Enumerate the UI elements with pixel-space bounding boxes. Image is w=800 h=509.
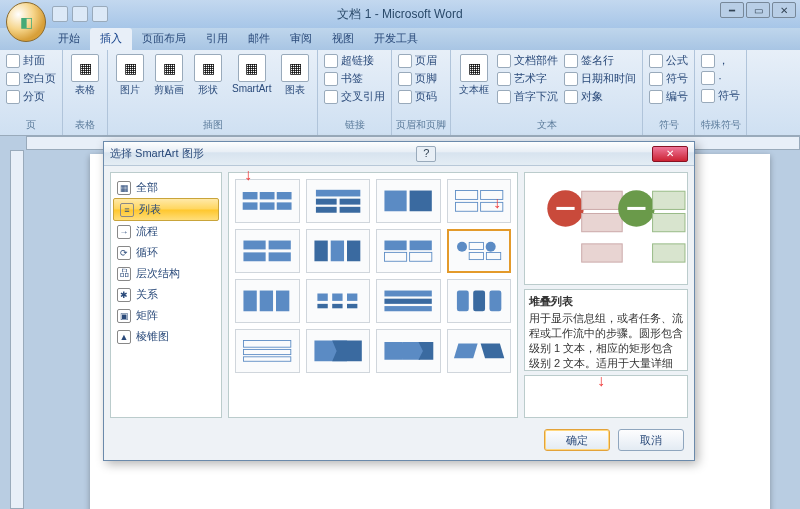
qat-redo-icon[interactable]	[92, 6, 108, 22]
smartart-icon: ▦	[238, 54, 266, 82]
ribbon-parts-button[interactable]: 文档部件	[495, 52, 560, 69]
chart-icon: ▦	[281, 54, 309, 82]
window-title: 文档 1 - Microsoft Word	[337, 6, 462, 23]
tab-邮件[interactable]: 邮件	[238, 28, 280, 50]
tab-开发工具[interactable]: 开发工具	[364, 28, 428, 50]
close-button[interactable]: ✕	[772, 2, 796, 18]
smartart-thumb-8[interactable]	[235, 279, 300, 323]
svg-rect-38	[347, 294, 357, 301]
category-矩阵[interactable]: ▣矩阵	[111, 305, 221, 326]
ribbon-dropcap-button[interactable]: 首字下沉	[495, 88, 560, 105]
smartart-thumb-9[interactable]	[306, 279, 371, 323]
ribbon-chart-button[interactable]: ▦图表	[277, 52, 313, 99]
category-流程[interactable]: →流程	[111, 221, 221, 242]
ribbon-crossref-button[interactable]: 交叉引用	[322, 88, 387, 105]
ribbon-bookmark-button[interactable]: 书签	[322, 70, 387, 87]
ribbon-hyperlink-button[interactable]: 超链接	[322, 52, 387, 69]
smartart-thumb-13[interactable]	[306, 329, 371, 373]
smartart-thumb-2[interactable]	[376, 179, 441, 223]
qat-save-icon[interactable]	[52, 6, 68, 22]
tab-引用[interactable]: 引用	[196, 28, 238, 50]
cancel-button[interactable]: 取消	[618, 429, 684, 451]
crossref-icon	[324, 90, 338, 104]
smartart-thumb-4[interactable]	[235, 229, 300, 273]
svg-rect-2	[277, 192, 292, 199]
dialog-close-button[interactable]: ✕	[652, 146, 688, 162]
category-icon: ▣	[117, 309, 131, 323]
ribbon-s1-button[interactable]: ，	[699, 52, 742, 69]
svg-rect-48	[244, 341, 291, 348]
ribbon-break-button[interactable]: 分页	[4, 88, 58, 105]
ribbon-sigline-button[interactable]: 签名行	[562, 52, 638, 69]
ribbon-number-button[interactable]: 编号	[647, 88, 690, 105]
smartart-thumb-11[interactable]	[447, 279, 512, 323]
category-全部[interactable]: ▦全部	[111, 177, 221, 198]
quick-access-toolbar	[52, 6, 108, 22]
category-棱锥图[interactable]: ▲棱锥图	[111, 326, 221, 347]
ribbon-pageno-button[interactable]: 页码	[396, 88, 439, 105]
smartart-thumb-0[interactable]	[235, 179, 300, 223]
category-icon: ⟳	[117, 246, 131, 260]
ribbon-grid-button[interactable]: ▦表格	[67, 52, 103, 99]
ribbon-header-button[interactable]: 页眉	[396, 52, 439, 69]
ruler-vertical[interactable]	[10, 150, 24, 509]
ribbon-symbol-button[interactable]: 符号	[647, 70, 690, 87]
symbol-icon	[649, 72, 663, 86]
svg-rect-37	[332, 294, 342, 301]
smartart-thumb-1[interactable]	[306, 179, 371, 223]
ribbon-shapes-button[interactable]: ▦形状	[190, 52, 226, 99]
smartart-thumb-12[interactable]	[235, 329, 300, 373]
tab-页面布局[interactable]: 页面布局	[132, 28, 196, 50]
minimize-button[interactable]: ━	[720, 2, 744, 18]
smartart-thumb-5[interactable]	[306, 229, 371, 273]
category-icon: ≡	[120, 203, 134, 217]
office-button[interactable]: ◧	[6, 2, 46, 42]
maximize-button[interactable]: ▭	[746, 2, 770, 18]
smartart-thumb-10[interactable]	[376, 279, 441, 323]
ribbon-group-特殊符号: ，·符号特殊符号	[695, 50, 747, 135]
ribbon-wordart-button[interactable]: 艺术字	[495, 70, 560, 87]
svg-rect-4	[260, 202, 275, 209]
svg-rect-11	[385, 191, 407, 212]
svg-rect-63	[653, 191, 685, 209]
ribbon-equation-button[interactable]: 公式	[647, 52, 690, 69]
tab-开始[interactable]: 开始	[48, 28, 90, 50]
dialog-help-button[interactable]: ?	[416, 146, 436, 162]
category-层次结构[interactable]: 品层次结构	[111, 263, 221, 284]
ok-button[interactable]: 确定	[544, 429, 610, 451]
ribbon-footer-button[interactable]: 页脚	[396, 70, 439, 87]
ribbon-clipart-button[interactable]: ▦剪贴画	[150, 52, 188, 99]
tab-审阅[interactable]: 审阅	[280, 28, 322, 50]
smartart-thumb-14[interactable]	[376, 329, 441, 373]
tab-插入[interactable]: 插入	[90, 28, 132, 50]
svg-marker-56	[454, 344, 478, 359]
smartart-thumb-7[interactable]	[447, 229, 512, 273]
ribbon-datetime-button[interactable]: 日期和时间	[562, 70, 638, 87]
ribbon-textbox-button[interactable]: ▦文本框	[455, 52, 493, 99]
ribbon-smartart-button[interactable]: ▦SmartArt	[228, 52, 275, 96]
ribbon-group-符号: 公式符号编号符号	[643, 50, 695, 135]
ribbon-picture-button[interactable]: ▦图片	[112, 52, 148, 99]
category-列表[interactable]: ≡列表	[113, 198, 219, 221]
ribbon-object-button[interactable]: 对象	[562, 88, 638, 105]
category-icon: →	[117, 225, 131, 239]
dialog-titlebar[interactable]: 选择 SmartArt 图形 ? ✕	[104, 142, 694, 166]
dialog-footer: 确定 取消	[104, 424, 694, 456]
smartart-thumb-6[interactable]	[376, 229, 441, 273]
svg-rect-66	[653, 244, 685, 262]
smartart-thumb-15[interactable]	[447, 329, 512, 373]
qat-undo-icon[interactable]	[72, 6, 88, 22]
smartart-gallery	[228, 172, 518, 418]
smartart-thumb-3[interactable]	[447, 179, 512, 223]
hyperlink-icon	[324, 54, 338, 68]
ribbon-s3-button[interactable]: 符号	[699, 87, 742, 104]
preview-image	[524, 172, 688, 285]
category-循环[interactable]: ⟳循环	[111, 242, 221, 263]
ribbon-cover-button[interactable]: 封面	[4, 52, 58, 69]
ribbon-tabs: 开始插入页面布局引用邮件审阅视图开发工具	[0, 28, 800, 50]
tab-视图[interactable]: 视图	[322, 28, 364, 50]
ribbon-blank-button[interactable]: 空白页	[4, 70, 58, 87]
category-关系[interactable]: ✱关系	[111, 284, 221, 305]
ribbon-s2-button[interactable]: ·	[699, 70, 742, 86]
svg-rect-64	[653, 214, 685, 232]
